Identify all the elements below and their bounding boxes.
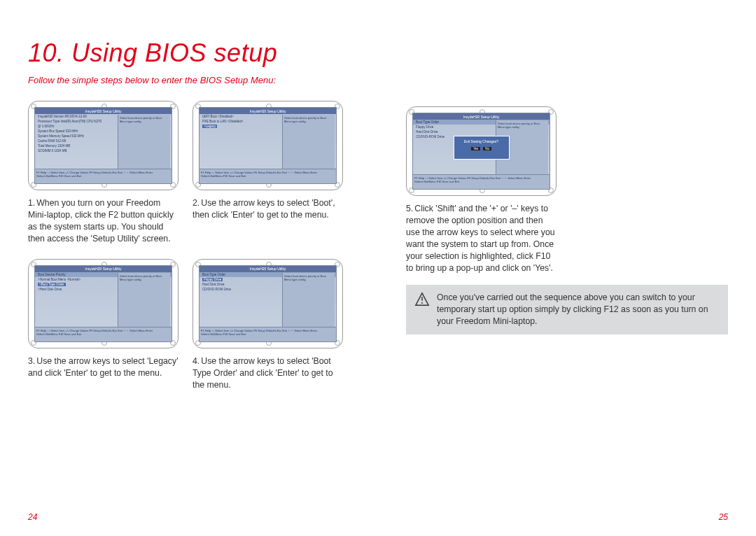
step-3: InsydeH20 Setup Utility Boot Device Prio… xyxy=(28,259,178,391)
page-number-left: 24 xyxy=(28,512,37,522)
step-1: InsydeH20 Setup Utility InsydeH20 Versio… xyxy=(28,101,178,245)
step-4-text: 4.Use the arrow keys to select 'Boot Typ… xyxy=(192,355,343,391)
bios-screenshot-4: InsydeH20 Setup Utility Boot Type Order … xyxy=(192,259,343,348)
bios-screenshot-2: InsydeH20 Setup Utility UEFI Boot <Disab… xyxy=(192,101,343,190)
note-text: Once you've carried out the sequence abo… xyxy=(437,292,720,327)
step-2-text: 2.Use the arrow keys to select 'Boot', t… xyxy=(192,197,343,221)
section-subtitle: Follow the simple steps below to enter t… xyxy=(28,75,350,85)
bios-screenshot-3: InsydeH20 Setup Utility Boot Device Prio… xyxy=(28,259,178,348)
step-3-text: 3.Use the arrow keys to select 'Legacy' … xyxy=(28,355,178,379)
warning-icon xyxy=(414,292,430,307)
step-5: InsydeH20 Setup Utility Boot Type Order … xyxy=(406,106,556,274)
steps-grid-right: InsydeH20 Setup Utility Boot Type Order … xyxy=(406,106,728,274)
section-heading: 10. Using BIOS setup xyxy=(28,38,350,68)
bios-screenshot-1: InsydeH20 Setup Utility InsydeH20 Versio… xyxy=(28,101,178,190)
page-right: InsydeH20 Setup Utility Boot Type Order … xyxy=(378,0,756,536)
step-1-text: 1.When you turn on your Freedom Mini-lap… xyxy=(28,197,178,245)
note-box: Once you've carried out the sequence abo… xyxy=(406,285,728,334)
save-dialog: Exit Saving Changes? YesNo xyxy=(454,136,510,160)
step-5-text: 5.Click 'Shift' and the '+' or '–' keys … xyxy=(406,203,556,274)
bios-screenshot-5: InsydeH20 Setup Utility Boot Type Order … xyxy=(406,106,556,196)
page-left: 10. Using BIOS setup Follow the simple s… xyxy=(0,0,378,536)
step-2: InsydeH20 Setup Utility UEFI Boot <Disab… xyxy=(192,101,343,245)
step-4: InsydeH20 Setup Utility Boot Type Order … xyxy=(192,259,343,391)
steps-grid-left: InsydeH20 Setup Utility InsydeH20 Versio… xyxy=(28,101,350,391)
page-number-right: 25 xyxy=(719,512,728,522)
svg-point-2 xyxy=(421,302,423,304)
